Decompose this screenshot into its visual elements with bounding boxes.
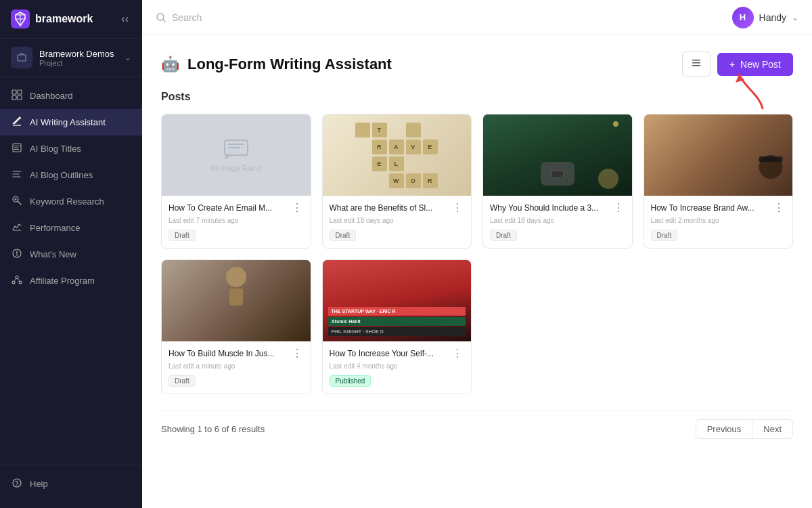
logo-area: bramework xyxy=(11,9,93,28)
post-card-1[interactable]: No Image Found How To Create An Email M.… xyxy=(161,114,311,249)
post-status-2: Draft xyxy=(330,230,357,241)
post-status-1: Draft xyxy=(168,230,196,241)
posts-grid-row2: How To Build Muscle In Jus... ⋮ Last edi… xyxy=(161,259,793,394)
svg-rect-20 xyxy=(692,62,700,64)
sidebar-header: bramework ‹‹ xyxy=(0,0,142,39)
main-content: Search H Handy ⌄ 🤖 Long-Form Writing Ass… xyxy=(142,0,812,508)
post-title-row-2: What are the Benefits of Sl... ⋮ xyxy=(330,203,465,214)
sidebar-item-keyword-research-label: Keyword Research xyxy=(30,196,104,207)
post-menu-button-5[interactable]: ⋮ xyxy=(290,348,304,359)
post-card-4[interactable]: How To Increase Brand Aw... ⋮ Last edit … xyxy=(644,114,794,249)
sidebar: bramework ‹‹ Bramework Demos Project ⌄ xyxy=(0,0,142,508)
svg-point-13 xyxy=(16,276,18,278)
post-title-row-1: How To Create An Email M... ⋮ xyxy=(168,203,304,214)
writing-icon xyxy=(11,116,23,129)
post-meta-5: Last edit a minute ago xyxy=(168,362,304,370)
help-icon xyxy=(11,478,23,490)
new-post-label: New Post xyxy=(740,59,781,70)
search-icon xyxy=(156,12,166,23)
post-menu-button-4[interactable]: ⋮ xyxy=(772,203,786,213)
pagination-buttons: Previous Next xyxy=(696,419,793,439)
post-status-5: Draft xyxy=(168,375,196,387)
svg-rect-21 xyxy=(692,65,700,66)
svg-point-15 xyxy=(19,281,22,284)
svg-rect-19 xyxy=(692,60,700,61)
project-selector[interactable]: Bramework Demos Project ⌄ xyxy=(0,39,142,77)
posts-grid-row1: No Image Found How To Create An Email M.… xyxy=(161,114,793,249)
page-title-area: 🤖 Long-Form Writing Assistant xyxy=(161,56,392,73)
post-menu-button-2[interactable]: ⋮ xyxy=(451,203,464,213)
sidebar-item-affiliate-label: Affiliate Program xyxy=(30,276,95,286)
page-header: 🤖 Long-Form Writing Assistant + New Post xyxy=(161,51,793,77)
previous-page-button[interactable]: Previous xyxy=(696,419,753,439)
whats-new-icon xyxy=(11,248,23,261)
post-status-6: Published xyxy=(330,375,371,387)
dashboard-icon xyxy=(11,89,23,102)
sidebar-item-ai-blog-outlines-label: AI Blog Outlines xyxy=(30,170,93,180)
sidebar-item-dashboard-label: Dashboard xyxy=(30,91,73,101)
pagination-info: Showing 1 to 6 of 6 results xyxy=(161,424,265,434)
sidebar-item-keyword-research[interactable]: Keyword Research xyxy=(0,188,142,215)
post-card-2[interactable]: T R A V E E L xyxy=(322,114,472,249)
post-title-4: How To Increase Brand Aw... xyxy=(651,203,770,214)
no-image-text-1: No Image Found xyxy=(211,165,262,172)
post-info-6: How To Increase Your Self-... ⋮ Last edi… xyxy=(323,341,472,394)
post-thumbnail-2: T R A V E E L xyxy=(323,114,472,196)
new-post-button[interactable]: + New Post xyxy=(717,53,793,76)
post-meta-6: Last edit 4 months ago xyxy=(330,362,465,370)
sidebar-item-whats-new[interactable]: What's New xyxy=(0,241,142,268)
header-actions: + New Post xyxy=(682,51,793,77)
topbar: Search H Handy ⌄ xyxy=(142,0,812,35)
post-info-3: Why You Should Include a 3... ⋮ Last edi… xyxy=(483,196,632,248)
post-info-4: How To Increase Brand Aw... ⋮ Last edit … xyxy=(644,196,793,248)
post-thumbnail-3 xyxy=(483,114,632,196)
post-thumbnail-6: THE STARTUP WAY · ERIC R Atomic Habit PH… xyxy=(323,260,472,341)
post-card-3[interactable]: Why You Should Include a 3... ⋮ Last edi… xyxy=(482,114,633,249)
logo-icon xyxy=(11,9,30,28)
page-content: 🤖 Long-Form Writing Assistant + New Post… xyxy=(142,35,812,508)
post-title-row-4: How To Increase Brand Aw... ⋮ xyxy=(651,203,786,214)
post-card-5[interactable]: How To Build Muscle In Jus... ⋮ Last edi… xyxy=(161,259,311,394)
next-page-button[interactable]: Next xyxy=(752,419,793,439)
collapse-sidebar-button[interactable]: ‹‹ xyxy=(118,12,131,26)
post-title-5: How To Build Muscle In Jus... xyxy=(168,348,288,360)
user-menu[interactable]: H Handy ⌄ xyxy=(732,7,798,28)
post-title-row-3: Why You Should Include a 3... ⋮ xyxy=(490,203,625,214)
sidebar-item-performance-label: Performance xyxy=(30,223,80,233)
post-menu-button-3[interactable]: ⋮ xyxy=(612,203,625,213)
sidebar-item-ai-writing-assistant[interactable]: AI Writing Assistant xyxy=(0,109,142,135)
project-icon xyxy=(11,47,32,68)
user-name: Handy xyxy=(759,12,786,23)
svg-point-14 xyxy=(12,281,15,284)
affiliate-icon xyxy=(11,274,23,287)
sidebar-item-whats-new-label: What's New xyxy=(30,249,76,259)
post-meta-4: Last edit 2 months ago xyxy=(651,217,786,224)
nav-items: Dashboard AI Writing Assistant xyxy=(0,77,142,465)
post-menu-button-6[interactable]: ⋮ xyxy=(451,348,464,359)
post-card-6[interactable]: THE STARTUP WAY · ERIC R Atomic Habit PH… xyxy=(322,259,472,394)
sidebar-item-ai-blog-outlines[interactable]: AI Blog Outlines xyxy=(0,162,142,188)
sidebar-item-affiliate-program[interactable]: Affiliate Program xyxy=(0,268,142,294)
sidebar-item-help[interactable]: Help xyxy=(0,471,142,497)
post-title-row-5: How To Build Muscle In Jus... ⋮ xyxy=(168,348,304,360)
post-info-2: What are the Benefits of Sl... ⋮ Last ed… xyxy=(323,196,472,248)
list-view-button[interactable] xyxy=(682,51,710,77)
post-meta-3: Last edit 18 days ago xyxy=(490,217,625,224)
sidebar-item-ai-blog-titles[interactable]: AI Blog Titles xyxy=(0,135,142,162)
post-menu-button-1[interactable]: ⋮ xyxy=(290,203,304,213)
list-view-icon xyxy=(691,58,702,68)
search-label: Search xyxy=(172,12,202,23)
post-title-6: How To Increase Your Self-... xyxy=(330,348,449,360)
post-title-row-6: How To Increase Your Self-... ⋮ xyxy=(330,348,465,360)
svg-rect-1 xyxy=(18,55,26,61)
search-area[interactable]: Search xyxy=(156,12,202,23)
post-thumbnail-4 xyxy=(644,114,793,196)
empty-cell-1 xyxy=(482,259,633,394)
blog-outlines-icon xyxy=(11,169,23,182)
new-post-plus-icon: + xyxy=(729,59,735,70)
performance-icon xyxy=(11,221,23,234)
sidebar-item-dashboard[interactable]: Dashboard xyxy=(0,83,142,109)
project-name: Bramework Demos xyxy=(39,49,118,59)
sidebar-item-performance[interactable]: Performance xyxy=(0,215,142,241)
blog-titles-icon xyxy=(11,142,23,155)
